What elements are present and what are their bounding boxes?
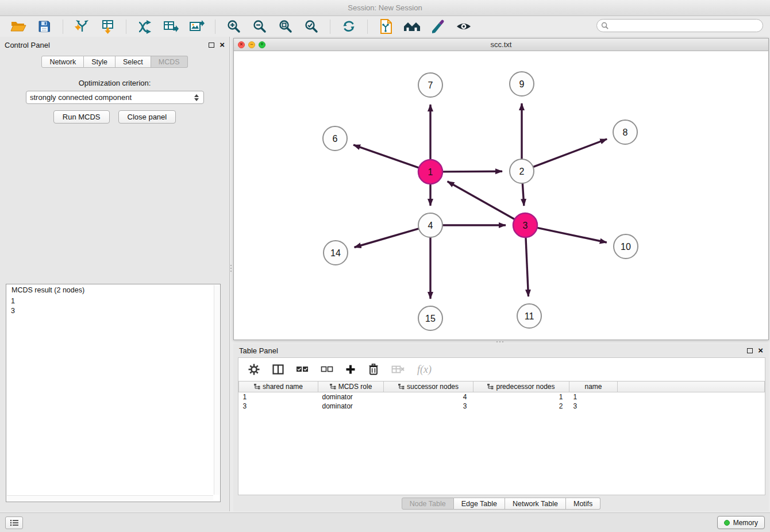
column-header-predecessor-nodes[interactable]: predecessor nodes <box>473 381 569 392</box>
graph-node-label-3: 3 <box>523 221 528 230</box>
network-window-title: scc.txt <box>234 40 768 49</box>
zoom-in-icon[interactable] <box>225 18 243 34</box>
graph-edge-1-6[interactable] <box>353 145 419 168</box>
list-icon <box>10 519 19 526</box>
refresh-icon[interactable] <box>340 18 358 34</box>
search-field[interactable] <box>596 19 763 32</box>
graph-edge-3-11[interactable] <box>526 237 529 296</box>
column-header-shared-name[interactable]: shared name <box>239 381 318 392</box>
select-all-rows-icon[interactable] <box>296 361 309 377</box>
cell-successor-nodes[interactable]: 4 <box>384 392 473 402</box>
toolbar-separator <box>367 20 368 34</box>
column-header-mcds-role[interactable]: MCDS role <box>318 381 384 392</box>
network-window: scc.txt × − + 7968124314101511 <box>233 38 769 340</box>
graph-edge-3-1[interactable] <box>448 182 515 219</box>
add-row-icon[interactable] <box>345 361 356 377</box>
deselect-all-rows-icon[interactable] <box>321 361 333 377</box>
result-line: 3 <box>11 306 211 316</box>
open-folder-icon[interactable] <box>9 18 28 34</box>
minimize-window-icon[interactable]: − <box>248 41 255 48</box>
control-panel-header: Control Panel × <box>0 37 229 53</box>
graph-edge-2-3[interactable] <box>522 183 523 206</box>
table-settings-gear-icon[interactable] <box>248 361 260 377</box>
apply-function-fx-icon: f(x) <box>417 361 432 377</box>
table-panel-main: f(x) <box>238 357 765 495</box>
tab-network-table[interactable]: Network Table <box>505 498 566 510</box>
cell-predecessor-nodes[interactable]: 1 <box>473 392 569 402</box>
zoom-window-icon[interactable]: + <box>259 41 265 48</box>
graph-edge-2-8[interactable] <box>533 139 607 167</box>
vertical-splitter-handle[interactable] <box>229 260 233 277</box>
column-label: successor nodes <box>407 383 459 391</box>
result-vertical-scrollbar[interactable] <box>214 285 220 495</box>
apply-style-icon[interactable] <box>429 18 447 34</box>
column-header-successor-nodes[interactable]: successor nodes <box>384 381 473 392</box>
cell-filler <box>618 392 765 402</box>
tab-motifs[interactable]: Motifs <box>566 498 600 510</box>
tab-style[interactable]: Style <box>84 56 116 68</box>
cell-successor-nodes[interactable]: 3 <box>384 402 473 411</box>
memory-button[interactable]: Memory <box>717 516 765 529</box>
cell-name[interactable]: 3 <box>569 402 618 411</box>
close-table-panel-icon[interactable]: × <box>758 348 763 353</box>
zoom-selected-icon[interactable] <box>302 18 321 34</box>
float-panel-icon[interactable] <box>209 43 214 48</box>
tab-network[interactable]: Network <box>41 56 84 68</box>
toolbar-separator <box>63 20 63 34</box>
paste-network-icon[interactable] <box>377 18 395 34</box>
control-panel: Control Panel × Network Style Select MCD… <box>0 37 230 511</box>
window-title: Session: New Session <box>348 3 422 12</box>
network-graph-svg: 7968124314101511 <box>234 52 768 341</box>
search-input[interactable] <box>611 22 763 30</box>
zoom-fit-icon[interactable] <box>276 18 295 34</box>
result-horizontal-scrollbar[interactable] <box>7 495 213 501</box>
graph-edge-1-2[interactable] <box>442 171 502 172</box>
run-mcds-button[interactable]: Run MCDS <box>53 110 110 124</box>
import-network-icon[interactable] <box>72 18 91 34</box>
cell-shared-name[interactable]: 3 <box>239 402 318 411</box>
column-header-name[interactable]: name <box>569 381 618 392</box>
toolbar-separator <box>215 20 215 34</box>
cell-mcds-role[interactable]: dominator <box>318 392 384 402</box>
graph-node-label-7: 7 <box>428 80 433 90</box>
graph-edge-4-14[interactable] <box>355 229 419 248</box>
tab-node-table[interactable]: Node Table <box>402 498 454 510</box>
mcds-result-title: MCDS result (2 nodes) <box>10 286 86 294</box>
criterion-select[interactable]: strongly connected component <box>26 91 204 104</box>
cell-predecessor-nodes[interactable]: 2 <box>473 402 569 411</box>
graph-edge-3-10[interactable] <box>537 228 607 242</box>
close-panel-button[interactable]: Close panel <box>118 110 176 124</box>
show-panels-button[interactable] <box>5 516 23 529</box>
float-table-panel-icon[interactable] <box>747 348 753 353</box>
graph-node-label-1: 1 <box>428 167 433 177</box>
memory-label: Memory <box>733 519 758 527</box>
cell-mcds-role[interactable]: dominator <box>318 402 384 411</box>
close-panel-icon[interactable]: × <box>220 42 225 48</box>
zoom-out-icon[interactable] <box>251 18 269 34</box>
tab-mcds[interactable]: MCDS <box>151 56 188 68</box>
graph-node-label-10: 10 <box>621 242 631 252</box>
home-view-icon[interactable] <box>403 18 421 34</box>
search-icon <box>601 22 609 29</box>
tab-edge-table[interactable]: Edge Table <box>454 498 505 510</box>
save-icon[interactable] <box>35 18 53 34</box>
cell-shared-name[interactable]: 1 <box>239 392 318 402</box>
cell-name[interactable]: 1 <box>569 392 618 402</box>
export-image-icon[interactable] <box>187 18 206 34</box>
table-row[interactable]: 3 dominator 3 2 3 <box>239 402 765 411</box>
eye-icon[interactable] <box>455 18 473 34</box>
table-panel-title: Table Panel <box>239 346 278 355</box>
show-columns-icon[interactable] <box>272 361 284 377</box>
result-line: 1 <box>11 296 211 306</box>
table-row[interactable]: 1 dominator 4 1 1 <box>239 392 765 402</box>
graph-node-label-8: 8 <box>623 128 628 137</box>
optimization-criterion-label: Optimization criterion: <box>0 79 229 87</box>
delete-row-icon[interactable] <box>368 361 379 377</box>
import-table-icon[interactable] <box>98 18 117 34</box>
sort-icon <box>254 384 260 390</box>
tab-select[interactable]: Select <box>116 56 151 68</box>
new-table-icon[interactable] <box>161 18 180 34</box>
close-window-icon[interactable]: × <box>238 41 245 48</box>
network-from-selection-icon[interactable] <box>136 18 154 34</box>
network-canvas[interactable]: 7968124314101511 <box>234 52 768 340</box>
